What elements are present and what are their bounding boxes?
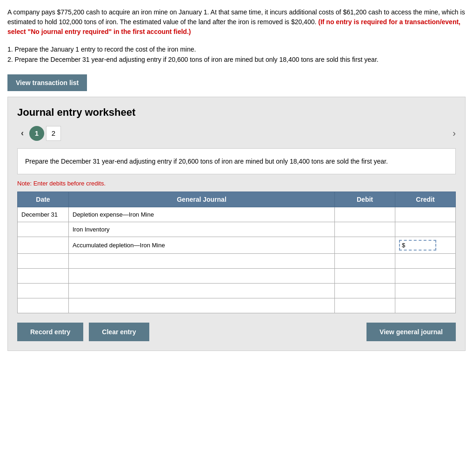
entry-description-box: Prepare the December 31 year-end adjusti… (17, 148, 456, 174)
cell-debit-3[interactable] (335, 254, 395, 269)
worksheet-container: Journal entry worksheet ‹ 1 2 › Prepare … (7, 97, 466, 351)
instruction-2: 2. Prepare the December 31 year-end adju… (7, 54, 466, 65)
credit-input-active[interactable]: $ (399, 240, 436, 251)
header-credit: Credit (395, 192, 456, 207)
view-transaction-button[interactable]: View transaction list (7, 74, 87, 91)
tab-prev-arrow[interactable]: ‹ (17, 126, 27, 140)
action-buttons: Record entry Clear entry View general jo… (17, 323, 456, 341)
cell-credit-4[interactable] (395, 269, 456, 284)
cell-credit-5[interactable] (395, 284, 456, 298)
cell-credit-0[interactable] (395, 207, 456, 222)
instructions: 1. Prepare the January 1 entry to record… (7, 44, 466, 65)
cell-debit-6[interactable] (335, 298, 395, 313)
cell-date-1 (18, 222, 69, 237)
cell-journal-3[interactable] (69, 254, 335, 269)
cell-date-4 (18, 269, 69, 284)
cell-journal-5[interactable] (69, 284, 335, 298)
cell-credit-2[interactable]: $ (395, 237, 456, 254)
cell-date-2 (18, 237, 69, 254)
entry-description: Prepare the December 31 year-end adjusti… (25, 158, 388, 165)
header-debit: Debit (335, 192, 395, 207)
tab-2-inactive[interactable]: 2 (46, 126, 61, 141)
cell-credit-1[interactable] (395, 222, 456, 237)
cell-date-3 (18, 254, 69, 269)
cell-journal-4[interactable] (69, 269, 335, 284)
cell-journal-1[interactable]: Iron Inventory (69, 222, 335, 237)
cell-debit-4[interactable] (335, 269, 395, 284)
cell-credit-6[interactable] (395, 298, 456, 313)
cell-journal-0[interactable]: Depletion expense—Iron Mine (69, 207, 335, 222)
header-date: Date (18, 192, 69, 207)
table-row (18, 254, 456, 269)
note-text: Note: Enter debits before credits. (17, 180, 456, 187)
journal-table: Date General Journal Debit Credit Decemb… (17, 192, 456, 313)
table-row: Accumulated depletion—Iron Mine$ (18, 237, 456, 254)
table-row: December 31Depletion expense—Iron Mine (18, 207, 456, 222)
cell-debit-5[interactable] (335, 284, 395, 298)
tab-navigation: ‹ 1 2 › (17, 126, 456, 141)
table-row (18, 269, 456, 284)
record-entry-button[interactable]: Record entry (17, 323, 83, 341)
cell-journal-2[interactable]: Accumulated depletion—Iron Mine (69, 237, 335, 254)
cell-debit-1[interactable] (335, 222, 395, 237)
table-row: Iron Inventory (18, 222, 456, 237)
tab-next-arrow[interactable]: › (453, 128, 456, 139)
instruction-1: 1. Prepare the January 1 entry to record… (7, 44, 466, 54)
clear-entry-button[interactable]: Clear entry (89, 323, 149, 341)
cell-debit-0[interactable] (335, 207, 395, 222)
table-row (18, 284, 456, 298)
cell-debit-2[interactable] (335, 237, 395, 254)
cell-date-0: December 31 (18, 207, 69, 222)
cell-credit-3[interactable] (395, 254, 456, 269)
view-general-journal-button[interactable]: View general journal (366, 323, 456, 341)
tab-1-active[interactable]: 1 (29, 126, 44, 141)
cell-date-6 (18, 298, 69, 313)
worksheet-title: Journal entry worksheet (17, 106, 456, 119)
cell-journal-6[interactable] (69, 298, 335, 313)
header-journal: General Journal (69, 192, 335, 207)
problem-text: A company pays $775,200 cash to acquire … (7, 7, 466, 37)
cell-date-5 (18, 284, 69, 298)
table-row (18, 298, 456, 313)
